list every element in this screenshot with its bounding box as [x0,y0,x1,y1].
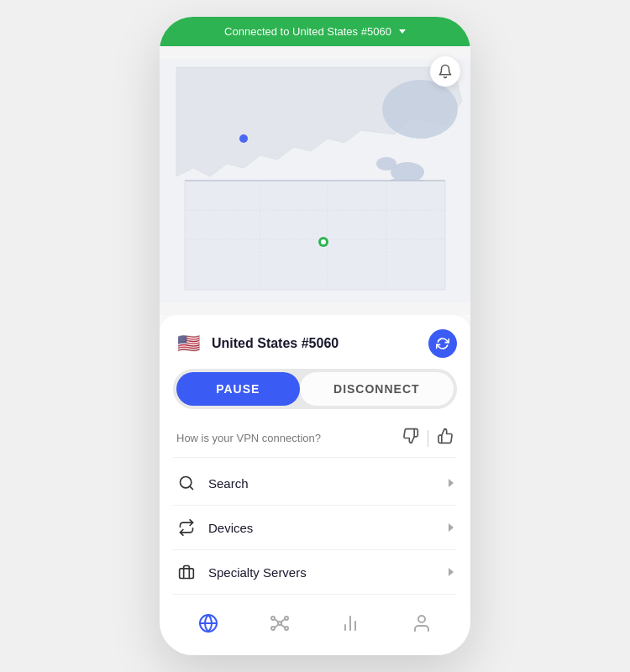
svg-point-14 [239,134,248,143]
chevron-right-icon [449,568,454,576]
server-info-left: 🇺🇸 United States #5060 [173,328,339,359]
svg-point-6 [382,80,458,139]
nodes-icon [270,613,290,633]
feedback-icons [402,428,454,449]
refresh-icon [436,337,449,350]
svg-line-29 [275,625,279,628]
feedback-row: How is your VPN connection? [173,419,457,458]
refresh-button[interactable] [428,329,457,358]
devices-label: Devices [208,521,253,535]
specialty-icon [176,562,197,582]
svg-line-30 [281,625,285,628]
thumbs-down-icon [402,428,419,444]
thumbs-down-button[interactable] [402,428,419,449]
menu-item-search-left: Search [176,473,249,493]
divider [428,430,428,447]
bottom-panel: 🇺🇸 United States #5060 PAUSE DISCONNECT … [160,315,470,655]
map-svg [160,46,470,315]
menu-item-search[interactable]: Search [173,461,457,506]
flag-circle: 🇺🇸 [173,328,203,359]
svg-line-28 [281,619,285,622]
feedback-question: How is your VPN connection? [176,432,321,444]
svg-line-27 [275,619,279,622]
nav-globe[interactable] [190,605,227,642]
nav-nodes[interactable] [261,605,298,642]
menu-item-devices[interactable]: Devices [173,506,457,550]
connection-status: Connected to United States #5060 [224,25,406,38]
connection-status-text: Connected to United States #5060 [224,25,391,38]
svg-point-34 [418,616,425,622]
server-name: United States #5060 [212,336,339,351]
map-area [160,46,470,315]
svg-line-18 [190,486,193,490]
menu-item-specialty-left: Specialty Servers [176,562,307,582]
disconnect-button[interactable]: DISCONNECT [300,372,454,406]
specialty-label: Specialty Servers [208,565,307,580]
search-label: Search [208,476,249,491]
thumbs-up-icon [437,428,454,444]
svg-rect-19 [180,569,194,579]
chevron-right-icon [449,479,454,487]
svg-rect-7 [185,181,445,290]
bottom-nav [173,594,457,655]
globe-icon [198,613,218,633]
notification-button[interactable] [430,56,460,87]
country-flag: 🇺🇸 [177,333,200,354]
svg-point-16 [321,239,326,244]
menu-item-specialty[interactable]: Specialty Servers [173,550,457,594]
devices-icon [176,517,197,538]
search-icon [176,473,197,493]
status-bar: Connected to United States #5060 [160,17,470,46]
stats-icon [340,613,360,633]
nav-stats[interactable] [332,605,369,642]
menu-item-devices-left: Devices [176,517,253,538]
server-info-row: 🇺🇸 United States #5060 [173,328,457,359]
nav-profile[interactable] [403,605,440,642]
profile-icon [412,613,432,633]
thumbs-up-button[interactable] [437,428,454,449]
chevron-right-icon [449,523,454,532]
phone-frame: Connected to United States #5060 [160,17,470,655]
action-buttons: PAUSE DISCONNECT [173,369,457,409]
chevron-down-icon [399,29,406,34]
svg-point-2 [376,157,396,171]
pause-button[interactable]: PAUSE [176,372,300,406]
bell-icon [438,64,453,79]
